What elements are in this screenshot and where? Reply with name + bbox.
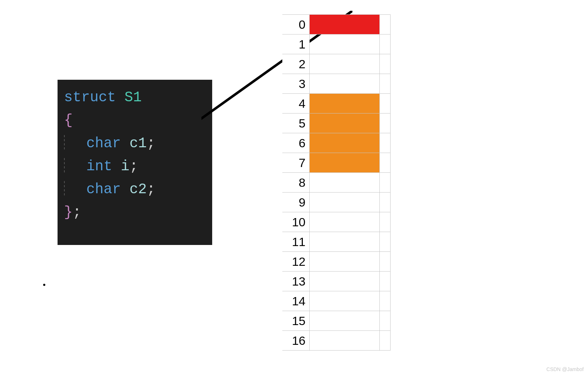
trailing-cell [379,331,390,351]
byte-index: 16 [282,331,309,351]
table-row: 10 [282,212,390,232]
byte-index: 1 [282,34,309,54]
byte-cell [309,94,379,114]
byte-cell [309,34,379,54]
byte-index: 9 [282,193,309,212]
byte-cell [309,193,379,212]
keyword-struct: struct [64,89,116,106]
byte-index: 5 [282,114,309,133]
byte-cell [309,311,379,331]
table-row: 9 [282,193,390,212]
byte-index: 7 [282,153,309,173]
byte-cell [309,173,379,193]
table-row: 3 [282,74,390,94]
byte-cell [309,291,379,311]
table-row: 12 [282,252,390,272]
stray-dot [43,284,45,286]
byte-index: 0 [282,15,309,34]
table-row: 14 [282,291,390,311]
byte-cell [309,252,379,272]
byte-index: 2 [282,54,309,74]
byte-cell [309,15,379,34]
code-line-member: char c2; [64,178,208,201]
table-row: 13 [282,272,390,291]
code-block: struct S1 { char c1; int i; char c2; }; [58,80,212,245]
byte-index: 14 [282,291,309,311]
code-line-struct: struct S1 [64,86,208,109]
code-line-member: int i; [64,155,208,178]
watermark-text: CSDN @Jambof [546,366,584,372]
table-row: 16 [282,331,390,351]
trailing-cell [379,291,390,311]
byte-index: 13 [282,272,309,291]
memory-layout-table: 012345678910111213141516 [282,14,391,351]
table-row: 1 [282,34,390,54]
byte-cell [309,153,379,173]
byte-index: 6 [282,133,309,153]
byte-cell [309,114,379,133]
byte-index: 4 [282,94,309,114]
code-line-brace-close: }; [64,201,208,224]
byte-cell [309,232,379,252]
byte-index: 15 [282,311,309,331]
trailing-cell [379,311,390,331]
byte-index: 11 [282,232,309,252]
code-line-member: char c1; [64,132,208,155]
byte-cell [309,272,379,291]
trailing-cell [379,94,390,114]
byte-cell [309,54,379,74]
table-row: 4 [282,94,390,114]
code-line-brace-open: { [64,109,208,132]
table-row: 8 [282,173,390,193]
trailing-cell [379,133,390,153]
type-name: S1 [124,89,142,106]
byte-cell [309,74,379,94]
byte-index: 10 [282,212,309,232]
trailing-cell [379,114,390,133]
trailing-cell [379,15,390,34]
byte-index: 12 [282,252,309,272]
table-row: 5 [282,114,390,133]
table-row: 7 [282,153,390,173]
table-row: 11 [282,232,390,252]
table-row: 2 [282,54,390,74]
trailing-cell [379,193,390,212]
table-row: 15 [282,311,390,331]
trailing-cell [379,232,390,252]
table-row: 6 [282,133,390,153]
byte-index: 8 [282,173,309,193]
table-row: 0 [282,15,390,34]
byte-cell [309,331,379,351]
byte-index: 3 [282,74,309,94]
trailing-cell [379,272,390,291]
byte-cell [309,212,379,232]
trailing-cell [379,173,390,193]
trailing-cell [379,34,390,54]
trailing-cell [379,153,390,173]
trailing-cell [379,74,390,94]
trailing-cell [379,212,390,232]
trailing-cell [379,54,390,74]
byte-cell [309,133,379,153]
trailing-cell [379,252,390,272]
